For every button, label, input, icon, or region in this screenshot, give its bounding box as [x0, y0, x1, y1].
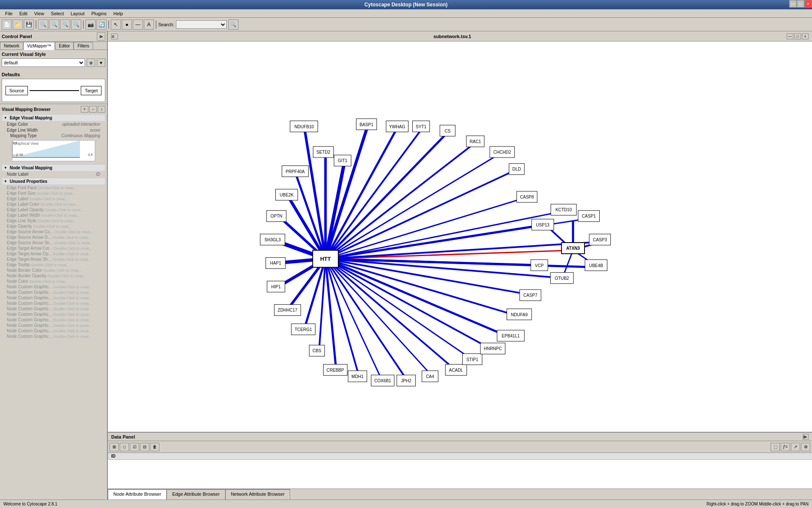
- svg-text:CHCHD2: CHCHD2: [493, 150, 511, 155]
- dp-btn-delete[interactable]: 🗑: [150, 443, 159, 451]
- zoom-out-btn[interactable]: 🔍: [38, 19, 48, 30]
- edge-lw-row: Edge Line Width score: [7, 127, 100, 133]
- dp-btn-table[interactable]: ⊞: [110, 443, 119, 451]
- select-btn[interactable]: ↖: [111, 19, 121, 30]
- tab-editor[interactable]: Editor: [55, 42, 74, 50]
- tab-vizmapper[interactable]: VizMapper™: [23, 42, 55, 50]
- tab-network[interactable]: Network: [0, 42, 23, 50]
- screenshot-btn[interactable]: 📷: [85, 19, 96, 30]
- unused-props-header[interactable]: ▼ Unused Properties: [2, 178, 105, 185]
- menu-select[interactable]: Select: [47, 10, 67, 17]
- vmb-btn-3[interactable]: ↕: [98, 106, 105, 113]
- open-btn[interactable]: 📁: [13, 19, 23, 30]
- node-btn[interactable]: ●: [122, 19, 132, 30]
- tab-edge-attribute-browser[interactable]: Edge Attribute Browser: [167, 489, 225, 500]
- network-win-controls: — □ ×: [787, 33, 809, 39]
- node-label-item: Node Label ID: [2, 171, 105, 177]
- menu-view[interactable]: View: [31, 10, 48, 17]
- node-vm-header[interactable]: ▼ Node Visual Mapping: [2, 164, 105, 171]
- unused-edge-line-style: Edge Line Style Double-Click to creat...: [2, 218, 105, 224]
- menu-bar: File Edit View Select Layout Plugins Hel…: [0, 9, 812, 18]
- vmb-btn-2[interactable]: −: [89, 106, 97, 113]
- defaults-section: Defaults Source Target: [0, 70, 107, 104]
- toolbar-sep-3: [108, 20, 109, 29]
- search-input[interactable]: [176, 20, 227, 29]
- menu-plugins[interactable]: Plugins: [88, 10, 110, 17]
- svg-text:JPH2: JPH2: [401, 378, 411, 383]
- toolbar-sep-4: [156, 20, 156, 29]
- tab-network-attribute-browser[interactable]: Network Attribute Browser: [225, 489, 290, 500]
- menu-layout[interactable]: Layout: [67, 10, 88, 17]
- toolbar: 📄 📁 💾 🔍 🔍 🔍 🔍 📷 🔄 ↖ ● — A Search: 🔍: [0, 18, 812, 31]
- toolbar-sep-2: [83, 20, 84, 29]
- minimize-btn[interactable]: —: [789, 0, 797, 8]
- menu-file[interactable]: File: [2, 10, 16, 17]
- node-visual-mapping-section: ▼ Node Visual Mapping Node Label ID: [2, 164, 105, 177]
- edge-btn[interactable]: —: [133, 19, 143, 30]
- network-canvas[interactable]: HTT NDUFB10 BASP1 YWHAG SYT1: [108, 41, 812, 432]
- unused-arrow: ▼: [4, 179, 7, 183]
- menu-help[interactable]: Help: [110, 10, 126, 17]
- style-dropdown[interactable]: default: [2, 58, 85, 67]
- dp-btn-check[interactable]: ☑: [130, 443, 139, 451]
- net-max-btn[interactable]: □: [794, 33, 801, 39]
- style-options-btn[interactable]: ⊛: [87, 58, 95, 67]
- unused-edge-label-color: Edge Label Color Double-Click to crea...: [2, 202, 105, 207]
- save-btn[interactable]: 💾: [24, 19, 34, 30]
- dp-btn-node[interactable]: □: [120, 443, 129, 451]
- graphical-view: Graphical View 6.6 0.0 0.00 0.: [12, 140, 95, 161]
- style-extra-btn[interactable]: ▼: [97, 58, 105, 67]
- edge-mt-row: Mapping Type Continuous Mapping: [7, 133, 100, 138]
- edge-vm-header[interactable]: ▼ Edge Visual Mapping: [2, 114, 105, 121]
- new-btn[interactable]: 📄: [2, 19, 12, 30]
- close-btn[interactable]: ×: [804, 0, 812, 8]
- control-panel-collapse[interactable]: ⊳: [97, 32, 105, 41]
- edge-color-val: uploaded interaction: [62, 122, 100, 127]
- svg-text:EPB41L1: EPB41L1: [502, 334, 520, 338]
- unused-node-custom-2: Node Custom Graphic... Double-Click to c…: [2, 290, 105, 295]
- node-vm-arrow: ▼: [4, 166, 7, 170]
- unused-node-border-color: Node Border Color Double-Click to creat.…: [2, 268, 105, 273]
- tab-node-attribute-browser[interactable]: Node Attribute Browser: [108, 489, 167, 500]
- refresh-btn[interactable]: 🔄: [96, 19, 107, 30]
- unused-edge-label-width: Edge Label Width Double-Click to creat..…: [2, 213, 105, 218]
- zoom-in-btn[interactable]: 🔍: [49, 19, 59, 30]
- unused-edge-src-arrow-o: Edge Source Arrow O... Double-Click to c…: [2, 235, 105, 240]
- network-menu-btn[interactable]: ≡: [111, 33, 118, 39]
- search-execute-btn[interactable]: 🔍: [228, 19, 239, 30]
- data-panel-collapse-btn[interactable]: ⊳: [803, 434, 809, 440]
- svg-text:CASP1: CASP1: [582, 214, 596, 218]
- net-close-btn[interactable]: ×: [802, 33, 809, 39]
- search-area: Search: 🔍: [158, 19, 239, 30]
- svg-text:UBE2K: UBE2K: [280, 193, 294, 197]
- dp-btn-export[interactable]: ↗: [791, 443, 800, 451]
- network-svg: HTT NDUFB10 BASP1 YWHAG SYT1: [108, 41, 812, 432]
- defaults-visual: Source Target: [2, 79, 105, 102]
- status-left: Welcome to Cytoscape 2.8.1: [3, 502, 58, 506]
- zoom-100-btn[interactable]: 🔍: [71, 19, 81, 30]
- source-node: Source: [5, 86, 28, 95]
- svg-text:TCERG1: TCERG1: [295, 327, 312, 332]
- dp-btn-import[interactable]: ⬚: [771, 443, 780, 451]
- anno-btn[interactable]: A: [144, 19, 154, 30]
- svg-text:CBS: CBS: [313, 348, 321, 353]
- window-controls[interactable]: — □ ×: [789, 0, 812, 8]
- zoom-fit-btn[interactable]: 🔍: [60, 19, 70, 30]
- unused-edge-src-arrow-sh: Edge Source Arrow Sh... Double-Click to …: [2, 240, 105, 246]
- unused-edge-tooltip: Edge Tooltip Double-Click to creat...: [2, 262, 105, 268]
- unused-node-custom-4: Node Custom Graphic... Double-Click to c…: [2, 301, 105, 306]
- svg-text:NDUFA9: NDUFA9: [511, 312, 528, 317]
- data-panel-tabs: Node Attribute Browser Edge Attribute Br…: [108, 489, 812, 500]
- menu-edit[interactable]: Edit: [16, 10, 31, 17]
- net-min-btn[interactable]: —: [787, 33, 793, 39]
- svg-text:HAP1: HAP1: [270, 261, 281, 265]
- tab-filters[interactable]: Filters: [74, 42, 93, 50]
- dp-btn-calc[interactable]: ƒ=: [781, 443, 790, 451]
- vmb-btn-1[interactable]: +: [81, 106, 88, 113]
- dp-btn-layout[interactable]: ⊟: [140, 443, 149, 451]
- dp-btn-settings[interactable]: ⚙: [801, 443, 810, 451]
- maximize-btn[interactable]: □: [797, 0, 804, 8]
- svg-text:CA4: CA4: [426, 374, 434, 379]
- svg-text:MDH1: MDH1: [351, 374, 364, 379]
- dp-toolbar-right: ⬚ ƒ= ↗ ⚙: [771, 443, 810, 451]
